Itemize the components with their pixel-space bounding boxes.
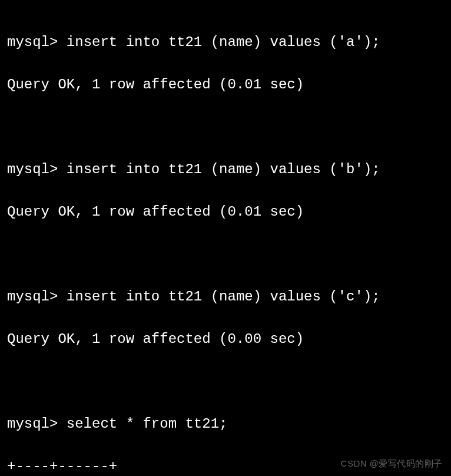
terminal-output: mysql> insert into tt21 (name) values ('… [7, 11, 444, 476]
select-line: mysql> select * from tt21; [7, 414, 444, 435]
insert-line-1: mysql> insert into tt21 (name) values ('… [7, 32, 444, 53]
mysql-prompt: mysql> [7, 416, 58, 432]
watermark-text: CSDN @爱写代码的刚子 [341, 457, 443, 471]
result-line-1: Query OK, 1 row affected (0.01 sec) [7, 74, 444, 95]
command-text: insert into tt21 (name) values ('c'); [67, 289, 380, 305]
insert-line-3: mysql> insert into tt21 (name) values ('… [7, 286, 444, 308]
mysql-prompt: mysql> [7, 34, 58, 50]
command-text: insert into tt21 (name) values ('a'); [67, 34, 380, 50]
insert-line-2: mysql> insert into tt21 (name) values ('… [7, 159, 444, 180]
blank-line [7, 117, 444, 138]
result-line-3: Query OK, 1 row affected (0.00 sec) [7, 329, 444, 350]
mysql-prompt: mysql> [7, 289, 58, 305]
command-text: select * from tt21; [67, 416, 228, 432]
command-text: insert into tt21 (name) values ('b'); [67, 161, 380, 177]
mysql-prompt: mysql> [7, 161, 58, 177]
blank-line [7, 371, 444, 392]
blank-line [7, 244, 444, 265]
result-line-2: Query OK, 1 row affected (0.01 sec) [7, 201, 444, 223]
